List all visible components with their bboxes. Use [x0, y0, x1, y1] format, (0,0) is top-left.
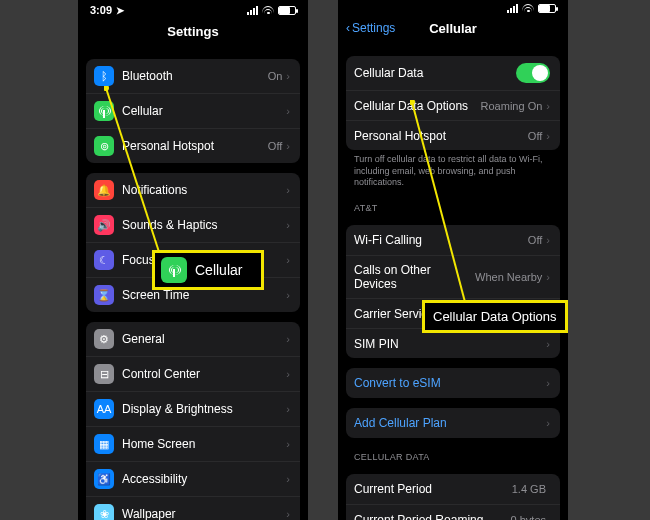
chevron-right-icon: › [286, 333, 290, 345]
row-label: Calls on Other Devices [354, 263, 475, 291]
settings-row[interactable]: ♿Accessibility› [86, 461, 300, 496]
settings-row[interactable]: ❀Wallpaper› [86, 496, 300, 520]
chevron-right-icon: › [546, 234, 550, 246]
row-detail: Off [268, 140, 282, 152]
row-label: Current Period [354, 482, 512, 496]
battery-icon [278, 6, 296, 15]
antenna-icon [167, 263, 181, 277]
chevron-right-icon: › [286, 289, 290, 301]
callout-label: Cellular Data Options [433, 309, 557, 324]
row-label: SIM PIN [354, 337, 546, 351]
chevron-left-icon: ‹ [346, 21, 350, 35]
row-detail: 1.4 GB [512, 483, 546, 495]
settings-row[interactable]: Current Period Roaming0 bytes [346, 504, 560, 520]
settings-row[interactable]: Calls on Other DevicesWhen Nearby› [346, 255, 560, 298]
row-label: Add Cellular Plan [354, 416, 546, 430]
chevron-right-icon: › [286, 508, 290, 520]
settings-row[interactable]: ⚙General› [86, 322, 300, 356]
hotspot-icon: ⊚ [94, 136, 114, 156]
chevron-right-icon: › [286, 254, 290, 266]
settings-group: ᛒBluetoothOn›Cellular›⊚Personal HotspotO… [86, 59, 300, 163]
row-label: Cellular Data [354, 66, 516, 80]
settings-row[interactable]: Personal HotspotOff› [346, 120, 560, 150]
signal-icon [247, 6, 258, 15]
row-label: Accessibility [122, 472, 286, 486]
chevron-right-icon: › [546, 338, 550, 350]
homescreen-icon: ▦ [94, 434, 114, 454]
settings-row[interactable]: Cellular Data OptionsRoaming On› [346, 90, 560, 120]
settings-row[interactable]: Cellular› [86, 93, 300, 128]
screentime-icon: ⌛ [94, 285, 114, 305]
settings-group: 🔔Notifications›🔊Sounds & Haptics›☾Focus›… [86, 173, 300, 312]
phone-pair: 3:09 ➤ Settings ᛒBluetoothOn›Cellular›⊚P… [0, 0, 650, 520]
row-label: Display & Brightness [122, 402, 286, 416]
row-detail: Off [528, 234, 542, 246]
row-detail: When Nearby [475, 271, 542, 283]
settings-row[interactable]: ▦Home Screen› [86, 426, 300, 461]
row-label: Screen Time [122, 288, 286, 302]
settings-group: Current Period1.4 GBCurrent Period Roami… [346, 474, 560, 520]
settings-row[interactable]: Wi-Fi CallingOff› [346, 225, 560, 255]
callout-data-options: Cellular Data Options [422, 300, 568, 333]
row-detail: On [268, 70, 283, 82]
toggle-switch[interactable] [516, 63, 550, 83]
wallpaper-icon: ❀ [94, 504, 114, 520]
settings-row[interactable]: AADisplay & Brightness› [86, 391, 300, 426]
chevron-right-icon: › [286, 403, 290, 415]
row-detail: Off [528, 130, 542, 142]
settings-row[interactable]: ⊟Control Center› [86, 356, 300, 391]
settings-group: Wi-Fi CallingOff›Calls on Other DevicesW… [346, 225, 560, 358]
row-label: Personal Hotspot [354, 129, 528, 143]
group-header: AT&T [338, 189, 568, 215]
phone-cellular: ‹ Settings Cellular Cellular DataCellula… [338, 0, 568, 520]
status-bar: 3:09 ➤ [78, 0, 308, 18]
settings-row[interactable]: Convert to eSIM› [346, 368, 560, 398]
control-center-icon: ⊟ [94, 364, 114, 384]
cellular-icon [161, 257, 187, 283]
settings-row[interactable]: Current Period1.4 GB [346, 474, 560, 504]
status-indicators [247, 6, 296, 15]
bluetooth-icon: ᛒ [94, 66, 114, 86]
settings-group: Cellular DataCellular Data OptionsRoamin… [346, 56, 560, 150]
wifi-icon [522, 4, 534, 13]
row-label: Control Center [122, 367, 286, 381]
settings-row[interactable]: 🔊Sounds & Haptics› [86, 207, 300, 242]
nav-bar: Settings [78, 18, 308, 49]
chevron-right-icon: › [546, 130, 550, 142]
callout-label: Cellular [195, 262, 242, 278]
settings-row[interactable]: ⊚Personal HotspotOff› [86, 128, 300, 163]
chevron-right-icon: › [286, 438, 290, 450]
settings-row[interactable]: Add Cellular Plan› [346, 408, 560, 438]
chevron-right-icon: › [286, 368, 290, 380]
chevron-right-icon: › [286, 184, 290, 196]
status-bar [338, 0, 568, 15]
settings-row[interactable]: ᛒBluetoothOn› [86, 59, 300, 93]
callout-cellular: Cellular [152, 250, 264, 290]
back-button[interactable]: ‹ Settings [346, 21, 395, 35]
cellular-icon [94, 101, 114, 121]
notifications-icon: 🔔 [94, 180, 114, 200]
chevron-right-icon: › [286, 473, 290, 485]
page-title: Settings [86, 24, 300, 39]
settings-group: ⚙General›⊟Control Center›AADisplay & Bri… [86, 322, 300, 520]
chevron-right-icon: › [286, 70, 290, 82]
status-time: 3:09 [90, 4, 112, 16]
sounds-icon: 🔊 [94, 215, 114, 235]
chevron-right-icon: › [546, 100, 550, 112]
settings-row[interactable]: Cellular Data [346, 56, 560, 90]
battery-icon [538, 4, 556, 13]
chevron-right-icon: › [286, 105, 290, 117]
row-label: General [122, 332, 286, 346]
focus-icon: ☾ [94, 250, 114, 270]
settings-group: Convert to eSIM› [346, 368, 560, 398]
row-label: Wallpaper [122, 507, 286, 520]
cellular-list[interactable]: Cellular DataCellular Data OptionsRoamin… [338, 46, 568, 520]
chevron-right-icon: › [286, 219, 290, 231]
nav-bar: ‹ Settings Cellular [338, 15, 568, 46]
display-icon: AA [94, 399, 114, 419]
row-label: Notifications [122, 183, 286, 197]
group-footer: Turn off cellular data to restrict all d… [338, 150, 568, 189]
chevron-right-icon: › [546, 271, 550, 283]
settings-row[interactable]: 🔔Notifications› [86, 173, 300, 207]
row-label: Sounds & Haptics [122, 218, 286, 232]
